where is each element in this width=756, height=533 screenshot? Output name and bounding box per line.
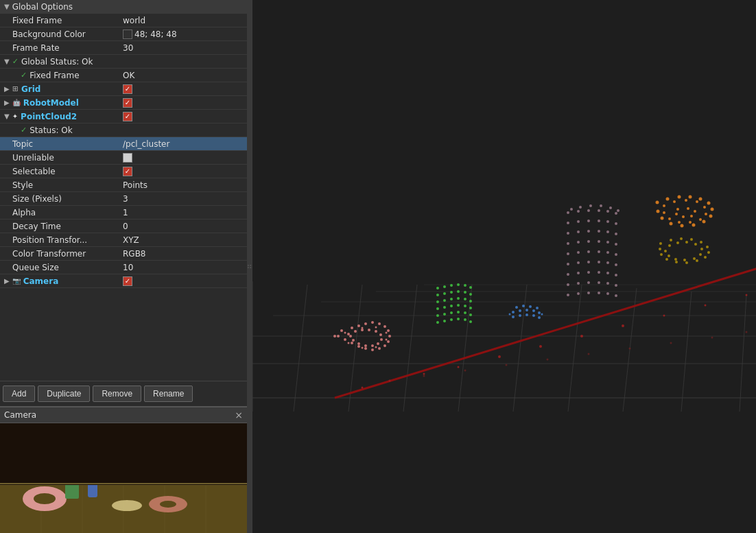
svg-point-217 — [685, 241, 688, 244]
svg-point-155 — [587, 230, 590, 233]
size-row[interactable]: Size (Pixels) 3 — [0, 192, 247, 206]
global-status-row[interactable]: ▼ ✓ Global Status: Ok — [0, 55, 247, 69]
svg-point-125 — [512, 311, 515, 313]
decay-time-row[interactable]: Decay Time 0 — [0, 220, 247, 233]
camera-panel-close-button[interactable]: × — [235, 410, 243, 421]
camera-row[interactable]: ▶ 📷 Camera — [0, 274, 247, 288]
svg-point-188 — [615, 284, 617, 287]
svg-point-158 — [615, 233, 617, 235]
svg-point-145 — [606, 210, 609, 213]
svg-point-85 — [386, 339, 388, 341]
svg-point-247 — [689, 221, 692, 224]
fixed-frame-status-row[interactable]: ✓ Fixed Frame OK — [0, 69, 247, 82]
pointcloud2-status-row[interactable]: ✓ Status: Ok — [0, 123, 247, 137]
selectable-checkbox[interactable] — [123, 167, 132, 176]
svg-point-112 — [469, 307, 472, 309]
svg-point-195 — [570, 208, 573, 211]
svg-point-167 — [587, 250, 590, 253]
svg-point-147 — [567, 222, 569, 224]
svg-point-236 — [681, 224, 684, 228]
global-options-row[interactable]: ▼ Global Options — [0, 0, 247, 14]
svg-point-226 — [656, 201, 659, 204]
svg-point-104 — [457, 297, 460, 300]
unreliable-row[interactable]: Unreliable — [0, 151, 247, 165]
selectable-row[interactable]: Selectable — [0, 165, 247, 178]
svg-point-92 — [457, 283, 460, 286]
add-button[interactable]: Add — [3, 386, 35, 402]
global-status-arrow: ▼ — [4, 58, 10, 65]
svg-point-252 — [687, 207, 689, 210]
svg-point-99 — [464, 291, 466, 294]
svg-point-174 — [598, 261, 600, 263]
color-transformer-label: Color Transformer — [12, 249, 86, 259]
svg-point-159 — [567, 242, 569, 245]
svg-point-186 — [598, 281, 600, 284]
svg-point-210 — [685, 261, 688, 264]
svg-point-98 — [457, 290, 460, 293]
svg-point-93 — [464, 284, 466, 287]
svg-point-198 — [600, 204, 602, 207]
svg-point-249 — [668, 217, 671, 220]
svg-point-119 — [436, 321, 439, 324]
svg-point-84 — [386, 332, 388, 334]
color-transformer-row[interactable]: Color Transformer RGB8 — [0, 247, 247, 261]
svg-point-127 — [525, 309, 528, 311]
svg-point-196 — [579, 206, 582, 209]
svg-point-193 — [606, 292, 609, 295]
pointcloud2-row[interactable]: ▼ ✦ PointCloud2 — [0, 110, 247, 123]
rename-button[interactable]: Rename — [144, 386, 193, 402]
pc2-status-label: Status: Ok — [29, 126, 73, 135]
fixed-frame-row[interactable]: Fixed Frame world — [0, 14, 247, 27]
robot-model-checkbox[interactable] — [123, 98, 132, 108]
3d-viewport[interactable] — [252, 0, 756, 533]
queue-size-row[interactable]: Queue Size 10 — [0, 261, 247, 274]
svg-point-168 — [598, 250, 600, 253]
svg-point-66 — [344, 338, 346, 341]
svg-point-165 — [567, 252, 569, 255]
svg-point-179 — [587, 271, 590, 274]
duplicate-button[interactable]: Duplicate — [38, 386, 90, 402]
svg-rect-17 — [0, 423, 247, 485]
svg-point-260 — [506, 364, 508, 366]
svg-point-256 — [675, 213, 678, 215]
grid-row[interactable]: ▶ ⊞ Grid — [0, 82, 247, 96]
tree-area[interactable]: ▼ Global Options Fixed Frame world Backg… — [0, 0, 247, 381]
svg-point-201 — [659, 242, 662, 245]
svg-point-109 — [450, 305, 453, 307]
svg-point-108 — [443, 306, 446, 309]
svg-point-97 — [450, 291, 453, 294]
svg-point-100 — [469, 293, 472, 296]
svg-point-59 — [387, 340, 390, 343]
svg-point-245 — [705, 213, 707, 215]
background-color-row[interactable]: Background Color 48; 48; 48 — [0, 27, 247, 41]
svg-point-117 — [464, 311, 466, 314]
camera-checkbox[interactable] — [123, 276, 132, 286]
style-row[interactable]: Style Points — [0, 178, 247, 192]
svg-point-171 — [567, 263, 569, 265]
pointcloud2-checkbox[interactable] — [123, 112, 132, 121]
position-transformer-row[interactable]: Position Transfor... XYZ — [0, 233, 247, 247]
svg-point-187 — [606, 282, 609, 285]
svg-point-156 — [598, 230, 600, 233]
queue-size-label: Queue Size — [12, 263, 59, 272]
svg-point-106 — [469, 300, 472, 303]
svg-point-166 — [577, 251, 580, 254]
position-transformer-value: XYZ — [123, 235, 139, 245]
svg-point-184 — [577, 282, 580, 285]
alpha-row[interactable]: Alpha 1 — [0, 206, 247, 220]
topic-row[interactable]: Topic /pcl_cluster — [0, 137, 247, 151]
grid-checkbox[interactable] — [123, 84, 132, 94]
svg-point-49 — [333, 335, 336, 337]
svg-point-225 — [664, 250, 667, 252]
remove-button[interactable]: Remove — [93, 386, 141, 402]
svg-point-153 — [567, 232, 569, 235]
frame-rate-row[interactable]: Frame Rate 30 — [0, 41, 247, 55]
svg-point-176 — [615, 263, 617, 266]
unreliable-checkbox[interactable] — [123, 153, 132, 163]
svg-point-204 — [690, 238, 693, 241]
panel-divider[interactable]: ⠿ — [247, 0, 252, 533]
svg-point-130 — [512, 316, 515, 318]
robot-model-row[interactable]: ▶ 🤖 RobotModel — [0, 96, 247, 110]
svg-point-101 — [436, 300, 439, 303]
background-color-swatch[interactable] — [123, 29, 132, 39]
